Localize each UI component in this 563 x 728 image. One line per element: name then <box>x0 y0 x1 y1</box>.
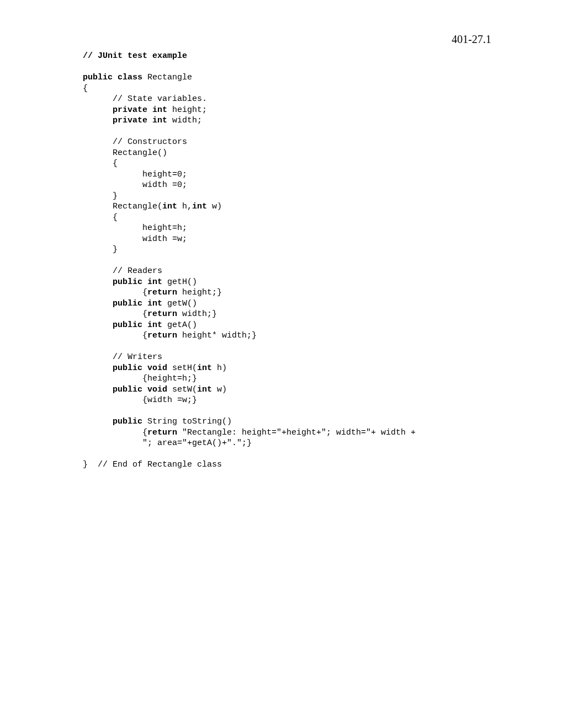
kw-int: int <box>197 385 212 394</box>
code-text: // Writers <box>83 352 162 362</box>
kw-return: return <box>147 331 177 340</box>
code-text: // Constructors <box>83 137 187 147</box>
kw-return: return <box>147 288 177 297</box>
page-number: 401-27.1 <box>452 33 491 46</box>
kw-public: public <box>113 320 142 330</box>
code-text: } // End of Rectangle class <box>83 460 222 469</box>
code-text: String toString() <box>142 417 232 426</box>
code-text: width =w; <box>83 234 187 244</box>
code-text: getW() <box>162 299 197 308</box>
kw-public: public <box>83 73 113 82</box>
code-text: getH() <box>162 277 197 287</box>
kw-private: private <box>113 105 147 115</box>
code-block: // JUnit test example public class Recta… <box>83 51 416 470</box>
kw-public: public <box>113 277 142 287</box>
code-text: h) <box>212 363 227 373</box>
code-text: } <box>83 191 118 201</box>
code-text: { <box>83 428 147 437</box>
code-text: {width =w;} <box>83 395 197 405</box>
kw-int: int <box>192 202 207 211</box>
code-text: setW( <box>167 385 197 394</box>
kw-int: int <box>147 277 162 287</box>
code-text: getA() <box>162 320 197 330</box>
kw-int: int <box>162 202 177 211</box>
code-text: height=0; <box>83 170 187 179</box>
kw-class: class <box>118 73 142 82</box>
kw-void: void <box>147 363 167 373</box>
kw-return: return <box>147 428 177 437</box>
code-text: { <box>83 331 147 340</box>
code-text: // State variables. <box>83 94 207 104</box>
kw-return: return <box>147 309 177 319</box>
code-text: // Readers <box>83 266 162 276</box>
code-text: { <box>83 159 118 168</box>
kw-public: public <box>113 363 142 373</box>
code-text: "; area="+getA()+".";} <box>83 438 252 448</box>
code-text: Rectangle( <box>83 202 162 211</box>
kw-void: void <box>147 385 167 394</box>
code-text: Rectangle <box>142 73 192 82</box>
code-text: height; <box>167 105 207 115</box>
code-text: w) <box>207 202 222 211</box>
code-text: height* width;} <box>177 331 257 340</box>
code-text: width; <box>167 116 202 125</box>
kw-public: public <box>113 385 142 394</box>
kw-int: int <box>197 363 212 373</box>
code-text: height=h; <box>83 223 187 233</box>
code-text: { <box>83 288 147 297</box>
kw-int: int <box>152 105 167 115</box>
kw-public: public <box>113 299 142 308</box>
code-text: } <box>83 245 118 254</box>
code-text: h, <box>177 202 192 211</box>
kw-public: public <box>113 417 142 426</box>
code-text: width;} <box>177 309 217 319</box>
code-line: // JUnit test example <box>83 51 187 61</box>
code-text: { <box>83 84 88 93</box>
code-text: height;} <box>177 288 222 297</box>
kw-private: private <box>113 116 147 125</box>
code-text: w) <box>212 385 227 394</box>
code-text: {height=h;} <box>83 374 197 383</box>
code-text: { <box>83 309 147 319</box>
kw-int: int <box>147 299 162 308</box>
code-text: width =0; <box>83 180 187 190</box>
kw-int: int <box>147 320 162 330</box>
code-text: Rectangle() <box>83 148 167 158</box>
code-text: { <box>83 213 118 222</box>
kw-int: int <box>152 116 167 125</box>
code-text: "Rectangle: height="+height+"; width="+ … <box>177 428 416 437</box>
code-text: setH( <box>167 363 197 373</box>
